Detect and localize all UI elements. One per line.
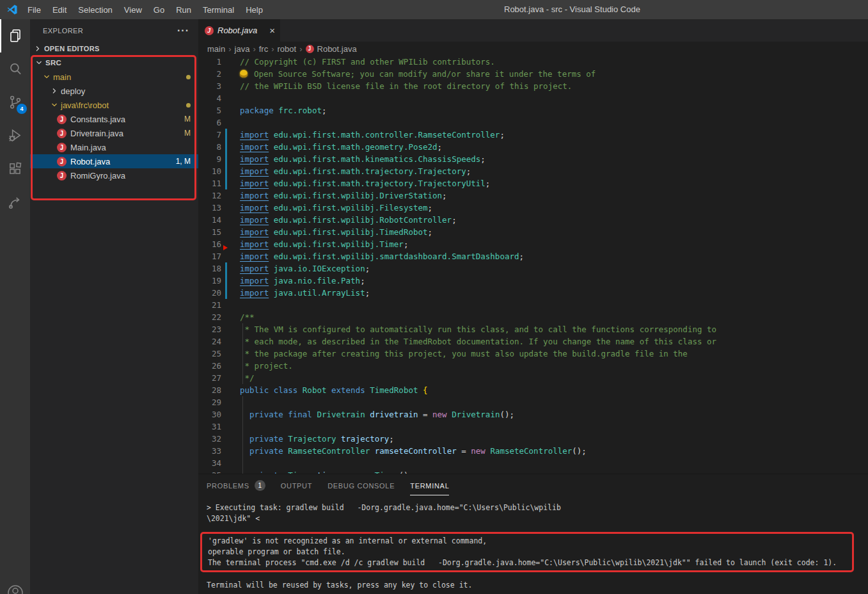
close-icon[interactable]: × <box>269 25 275 36</box>
search-icon[interactable] <box>0 52 30 86</box>
modified-dot-badge <box>186 75 191 79</box>
code-line-16: 16import edu.wpi.first.wpilibj.Timer; <box>198 238 868 250</box>
code-line-3: 3// the WPILib BSD license file in the r… <box>198 80 868 92</box>
code-line-18: 18import java.io.IOException; <box>198 262 868 275</box>
file-tree: SRCmaindeployjava\frc\robotJConstants.ja… <box>30 56 198 182</box>
tree-item-main[interactable]: main <box>30 70 198 84</box>
terminal-task-line: \2021\jdk" < <box>207 513 859 524</box>
tree-item-label: RomiGyro.java <box>70 171 125 181</box>
line-number: 9 <box>198 153 221 165</box>
line-number: 22 <box>198 311 221 323</box>
code-line-20: 20import java.util.ArrayList; <box>198 287 868 299</box>
menu-selection[interactable]: Selection <box>72 0 118 19</box>
code-line-23: 23 * The VM is configured to automatical… <box>198 323 868 335</box>
run-debug-icon[interactable] <box>0 119 30 152</box>
menu-terminal[interactable]: Terminal <box>197 0 240 19</box>
open-editors-section[interactable]: OPEN EDITORS <box>30 42 198 56</box>
breadcrumb-item-java[interactable]: java <box>235 44 250 54</box>
code-line-33: 33 private RamseteController ramseteCont… <box>198 445 868 457</box>
modified-gutter-indicator <box>225 129 227 141</box>
explorer-title: EXPLORER <box>43 27 83 35</box>
tab-robot-java[interactable]: J Robot.java × <box>198 19 280 42</box>
account-icon[interactable] <box>6 584 24 594</box>
panel-tab-terminal[interactable]: TERMINAL <box>410 474 449 497</box>
java-file-icon: J <box>57 115 67 124</box>
breadcrumb-item-robot-java[interactable]: JRobot.java <box>306 44 357 54</box>
line-number: 21 <box>198 299 221 311</box>
code-line-4: 4 <box>198 92 868 104</box>
line-number: 2 <box>198 68 221 80</box>
java-file-icon: J <box>57 157 67 166</box>
breadcrumb-separator: › <box>228 44 231 54</box>
line-number: 29 <box>198 396 221 408</box>
code-line-6: 6 <box>198 116 868 129</box>
code-area[interactable]: 1// Copyright (c) FIRST and other WPILib… <box>198 56 868 474</box>
remote-share-icon[interactable] <box>0 186 30 219</box>
tree-item-java-frc-robot[interactable]: java\frc\robot <box>30 98 198 112</box>
line-number: 26 <box>198 360 221 372</box>
git-status-badge: M <box>184 115 198 124</box>
tree-item-label: Robot.java <box>70 157 110 166</box>
panel-tab-problems[interactable]: PROBLEMS1 <box>207 474 265 497</box>
java-file-icon: J <box>57 171 67 181</box>
code-line-13: 13import edu.wpi.first.wpilibj.Filesyste… <box>198 202 868 214</box>
tree-item-label: Main.java <box>70 143 106 152</box>
code-line-10: 10import edu.wpi.first.math.trajectory.T… <box>198 165 868 177</box>
breadcrumb-item-robot[interactable]: robot <box>278 44 297 54</box>
tree-item-label: java\frc\robot <box>61 100 109 110</box>
terminal-error-line: operable program or batch file. <box>208 547 846 558</box>
line-number: 14 <box>198 214 221 226</box>
code-line-22: 22/** <box>198 311 868 323</box>
line-number: 34 <box>198 457 221 469</box>
line-number: 10 <box>198 165 221 177</box>
code-line-34: 34 <box>198 457 868 469</box>
terminal-error-line: 'gradlew' is not recognized as an intern… <box>208 536 846 547</box>
tree-item-label: SRC <box>45 59 61 67</box>
menu-edit[interactable]: Edit <box>47 0 72 19</box>
extensions-icon[interactable] <box>0 152 30 186</box>
code-line-5: 5package frc.robot; <box>198 104 868 116</box>
modified-gutter-indicator <box>225 275 227 287</box>
tree-item-deploy[interactable]: deploy <box>30 84 198 98</box>
java-file-icon: J <box>57 129 67 138</box>
java-file-icon: J <box>306 45 314 53</box>
tree-item-drivetrain-java[interactable]: JDrivetrain.javaM <box>30 126 198 140</box>
java-file-icon: J <box>205 26 214 35</box>
tab-bar: J Robot.java × <box>198 19 868 42</box>
code-line-14: 14import edu.wpi.first.wpilibj.RobotCont… <box>198 214 868 226</box>
tree-item-label: main <box>53 72 71 82</box>
menu-run[interactable]: Run <box>170 0 197 19</box>
menu-help[interactable]: Help <box>240 0 269 19</box>
breadcrumb-separator: › <box>299 44 302 54</box>
menu-view[interactable]: View <box>118 0 148 19</box>
annotation-box-terminal: 'gradlew' is not recognized as an intern… <box>200 532 854 572</box>
tree-item-romigyro-java[interactable]: JRomiGyro.java <box>30 168 198 182</box>
line-number: 32 <box>198 433 221 445</box>
line-number: 19 <box>198 275 221 287</box>
problems-count-badge: 1 <box>255 480 265 491</box>
tree-item-main-java[interactable]: JMain.java <box>30 140 198 154</box>
line-number: 1 <box>198 56 221 68</box>
line-number: 20 <box>198 287 221 299</box>
code-line-15: 15import edu.wpi.first.wpilibj.TimedRobo… <box>198 226 868 238</box>
line-number: 5 <box>198 104 221 116</box>
breadcrumb-item-frc[interactable]: frc <box>259 44 268 54</box>
tree-item-constants-java[interactable]: JConstants.javaM <box>30 112 198 126</box>
modified-gutter-indicator <box>225 141 227 153</box>
lightbulb-icon[interactable] <box>240 70 248 77</box>
panel-tab-output[interactable]: OUTPUT <box>281 474 312 497</box>
terminal-content[interactable]: > Executing task: gradlew build -Dorg.gr… <box>198 497 868 591</box>
line-number: 23 <box>198 323 221 335</box>
code-line-26: 26 * project. <box>198 360 868 372</box>
panel-tab-debug-console[interactable]: DEBUG CONSOLE <box>327 474 395 497</box>
code-line-21: 21 <box>198 299 868 311</box>
tree-item-robot-java[interactable]: JRobot.java1, M <box>30 154 198 168</box>
menu-go[interactable]: Go <box>148 0 170 19</box>
source-control-icon[interactable]: 4 <box>0 86 30 119</box>
tree-item-src[interactable]: SRC <box>30 56 198 70</box>
menu-file[interactable]: File <box>22 0 47 19</box>
code-line-2: 2Open Source Software; you can modify an… <box>198 68 868 80</box>
breadcrumb-item-main[interactable]: main <box>207 44 225 54</box>
more-actions-button[interactable]: ··· <box>177 25 189 36</box>
explorer-icon[interactable] <box>0 19 30 52</box>
